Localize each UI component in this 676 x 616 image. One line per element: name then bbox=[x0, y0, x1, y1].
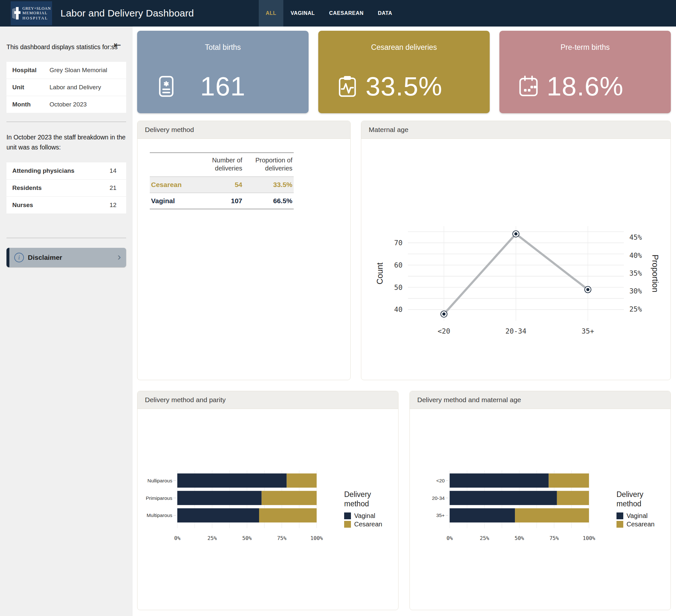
table-row: Unit Labor and Delivery bbox=[6, 79, 126, 96]
delivery-method-panel: Delivery method Number of deliveries Pro… bbox=[137, 121, 351, 380]
column-header: Number of deliveries bbox=[195, 153, 243, 177]
svg-text:50%: 50% bbox=[242, 535, 251, 541]
row-label: Cesarean bbox=[150, 177, 195, 193]
svg-text:<20: <20 bbox=[438, 327, 450, 335]
svg-text:Nulliparous: Nulliparous bbox=[148, 478, 172, 483]
legend-label: Cesarean bbox=[626, 520, 655, 528]
birth-record-icon bbox=[154, 74, 178, 99]
vaginal-swatch bbox=[344, 512, 351, 519]
parity-stacked-bar-chart: NulliparousPrimiparousMultiparous0%25%50… bbox=[143, 468, 337, 551]
svg-text:Count: Count bbox=[375, 262, 384, 284]
nav-tab-all[interactable]: ALL bbox=[259, 0, 284, 26]
svg-text:0%: 0% bbox=[446, 535, 453, 541]
svg-text:35%: 35% bbox=[629, 269, 642, 277]
panel-title: Delivery method bbox=[137, 121, 350, 139]
age-stacked-bar-chart: <2020-3435+0%25%50%75%100% bbox=[415, 468, 609, 551]
collapse-sidebar-icon[interactable]: ⇤ bbox=[114, 41, 121, 50]
panel-title: Maternal age bbox=[361, 121, 671, 139]
svg-text:50: 50 bbox=[394, 283, 402, 291]
svg-text:Primiparous: Primiparous bbox=[146, 495, 172, 501]
svg-text:45%: 45% bbox=[629, 233, 642, 241]
legend-label: Vaginal bbox=[626, 512, 647, 519]
nav-tab-data[interactable]: DATA bbox=[371, 0, 399, 26]
chevron-right-icon: › bbox=[117, 251, 121, 262]
svg-text:30%: 30% bbox=[629, 287, 642, 295]
svg-text:75%: 75% bbox=[550, 535, 559, 541]
panel-title: Delivery method and maternal age bbox=[410, 391, 671, 409]
row-label: Nurses bbox=[12, 202, 33, 209]
panel-title: Delivery method and parity bbox=[137, 391, 398, 409]
row-value: 14 bbox=[110, 167, 116, 174]
legend-label: Cesarean bbox=[354, 520, 382, 528]
logo-line-3: HOSPITAL bbox=[22, 15, 51, 20]
unit-info-table: Hospital Grey Sloan Memorial Unit Labor … bbox=[6, 62, 126, 113]
svg-text:<20: <20 bbox=[436, 478, 445, 483]
row-label: Hospital bbox=[12, 67, 50, 74]
table-row: Nurses 12 bbox=[6, 197, 126, 214]
kpi-title: Total births bbox=[137, 43, 308, 52]
delivery-method-table: Number of deliveries Proportion of deliv… bbox=[150, 152, 294, 209]
nav-tab-vaginal[interactable]: VAGINAL bbox=[283, 0, 322, 26]
legend-title: Delivery method bbox=[617, 490, 652, 509]
main-nav: ALL VAGINAL CAESAREAN DATA bbox=[259, 0, 399, 26]
svg-text:100%: 100% bbox=[582, 535, 595, 541]
clipboard-pulse-icon bbox=[335, 74, 360, 99]
row-label: Vaginal bbox=[150, 193, 195, 209]
svg-text:25%: 25% bbox=[629, 305, 642, 313]
logo-line-2: MEMORIAL bbox=[22, 11, 51, 15]
info-icon: i bbox=[14, 253, 24, 262]
maternal-age-panel: Maternal age 4050607025%30%35%40%45%<202… bbox=[361, 121, 671, 380]
kpi-preterm-births: Pre-term births bbox=[499, 31, 671, 113]
cesarean-swatch bbox=[617, 521, 623, 528]
svg-text:0%: 0% bbox=[174, 535, 180, 541]
kpi-cesarean-deliveries: Cesarean deliveries 33.5% bbox=[318, 31, 490, 113]
svg-text:20-34: 20-34 bbox=[432, 495, 445, 501]
cesarean-swatch bbox=[344, 521, 351, 528]
staff-intro-text: In October 2023 the staff breakdown in t… bbox=[6, 132, 126, 152]
logo-line-1: GREY+SLOAN bbox=[22, 6, 51, 11]
maternal-age-line-chart: 4050607025%30%35%40%45%<2020-3435+CountP… bbox=[370, 221, 662, 343]
sidebar-intro-text: This dashboard displays statistics for:s… bbox=[6, 42, 126, 52]
disclaimer-button[interactable]: i Disclaimer › bbox=[6, 248, 126, 267]
table-row-cesarean: Cesarean 54 33.5% bbox=[150, 177, 294, 193]
column-header: Proportion of deliveries bbox=[243, 153, 294, 177]
svg-text:20-34: 20-34 bbox=[506, 327, 526, 335]
row-label: Attending physicians bbox=[12, 167, 74, 174]
nav-tab-caesarean[interactable]: CAESAREAN bbox=[322, 0, 371, 26]
svg-text:Multiparous: Multiparous bbox=[147, 512, 172, 518]
svg-text:75%: 75% bbox=[277, 535, 287, 541]
row-label: Unit bbox=[12, 84, 50, 91]
row-label: Month bbox=[12, 101, 50, 108]
row-value: 12 bbox=[110, 202, 116, 209]
row-value: 21 bbox=[110, 184, 116, 191]
kpi-title: Pre-term births bbox=[499, 43, 671, 52]
table-row: Attending physicians 14 bbox=[6, 162, 126, 179]
row-value: Grey Sloan Memorial bbox=[50, 67, 120, 74]
svg-text:40: 40 bbox=[394, 306, 402, 314]
row-proportion: 66.5% bbox=[243, 193, 294, 209]
parity-panel: Delivery method and parity NulliparousPr… bbox=[137, 391, 398, 610]
row-number: 54 bbox=[195, 177, 243, 193]
table-row: Residents 21 bbox=[6, 179, 126, 197]
row-number: 107 bbox=[195, 193, 243, 209]
svg-text:40%: 40% bbox=[629, 251, 642, 260]
staff-table: Attending physicians 14 Residents 21 Nur… bbox=[6, 162, 126, 214]
legend: Delivery method Vaginal Cesarean bbox=[617, 490, 665, 529]
hospital-cross-icon bbox=[12, 3, 21, 23]
kpi-cards: Total births 161 bbox=[137, 31, 671, 113]
legend-title: Delivery method bbox=[344, 490, 380, 509]
app-header: GREY+SLOAN MEMORIAL HOSPITAL Labor and D… bbox=[0, 0, 676, 26]
sidebar: ⇤ This dashboard displays statistics for… bbox=[0, 26, 132, 616]
svg-text:60: 60 bbox=[394, 261, 402, 269]
svg-text:25%: 25% bbox=[480, 535, 489, 541]
kpi-value: 18.6% bbox=[547, 71, 624, 102]
legend: Delivery method Vaginal Cesarean bbox=[344, 490, 393, 529]
svg-text:35+: 35+ bbox=[581, 327, 594, 335]
kpi-value: 33.5% bbox=[365, 71, 443, 102]
svg-text:25%: 25% bbox=[207, 535, 217, 541]
kpi-value: 161 bbox=[200, 71, 245, 102]
sidebar-divider bbox=[6, 122, 126, 122]
sidebar-divider bbox=[6, 238, 126, 238]
row-label: Residents bbox=[12, 184, 42, 191]
svg-text:50%: 50% bbox=[515, 535, 524, 541]
